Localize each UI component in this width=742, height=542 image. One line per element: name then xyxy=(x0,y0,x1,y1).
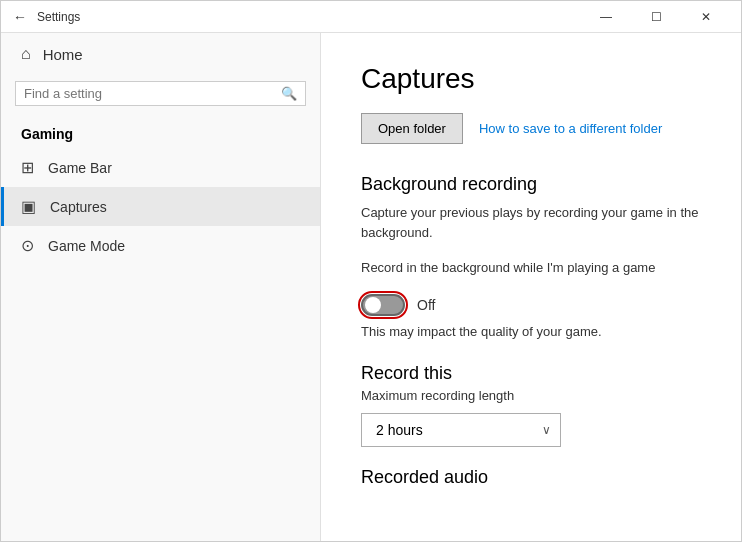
background-recording-title: Background recording xyxy=(361,174,701,195)
background-recording-desc: Capture your previous plays by recording… xyxy=(361,203,701,242)
folder-row: Open folder How to save to a different f… xyxy=(361,113,701,144)
recorded-audio-title: Recorded audio xyxy=(361,467,701,488)
page-title: Captures xyxy=(361,63,701,95)
record-this-title: Record this xyxy=(361,363,701,384)
title-bar: ← Settings — ☐ ✕ xyxy=(1,1,741,33)
window-title: Settings xyxy=(37,10,583,24)
sidebar-section-gaming: Gaming xyxy=(1,118,320,148)
background-toggle[interactable] xyxy=(361,294,405,316)
window-controls: — ☐ ✕ xyxy=(583,1,729,33)
maximize-button[interactable]: ☐ xyxy=(633,1,679,33)
search-input[interactable] xyxy=(24,86,281,101)
sidebar-item-home[interactable]: ⌂ Home xyxy=(1,33,320,75)
sidebar: ⌂ Home 🔍 Gaming ⊞ Game Bar ▣ Captures ⊙ … xyxy=(1,33,321,541)
toggle-state-label: Off xyxy=(417,297,435,313)
impact-note: This may impact the quality of your game… xyxy=(361,324,701,339)
open-folder-button[interactable]: Open folder xyxy=(361,113,463,144)
search-icon: 🔍 xyxy=(281,86,297,101)
sidebar-label-game-mode: Game Mode xyxy=(48,238,125,254)
search-box[interactable]: 🔍 xyxy=(15,81,306,106)
recording-length-dropdown-wrapper: 30 minutes 1 hour 2 hours 4 hours 6 hour… xyxy=(361,413,561,447)
main-content: ⌂ Home 🔍 Gaming ⊞ Game Bar ▣ Captures ⊙ … xyxy=(1,33,741,541)
settings-window: ← Settings — ☐ ✕ ⌂ Home 🔍 Gaming ⊞ Game … xyxy=(0,0,742,542)
back-button[interactable]: ← xyxy=(13,9,27,25)
home-icon: ⌂ xyxy=(21,45,31,63)
max-recording-label: Maximum recording length xyxy=(361,388,701,403)
recording-length-select[interactable]: 30 minutes 1 hour 2 hours 4 hours 6 hour… xyxy=(361,413,561,447)
how-to-link[interactable]: How to save to a different folder xyxy=(479,121,662,136)
background-toggle-row: Off xyxy=(361,294,701,316)
home-label: Home xyxy=(43,46,83,63)
content-panel: Captures Open folder How to save to a di… xyxy=(321,33,741,541)
toggle-knob xyxy=(365,297,381,313)
sidebar-label-captures: Captures xyxy=(50,199,107,215)
sidebar-label-game-bar: Game Bar xyxy=(48,160,112,176)
sidebar-item-game-mode[interactable]: ⊙ Game Mode xyxy=(1,226,320,265)
sidebar-item-captures[interactable]: ▣ Captures xyxy=(1,187,320,226)
minimize-button[interactable]: — xyxy=(583,1,629,33)
captures-icon: ▣ xyxy=(21,197,36,216)
game-bar-icon: ⊞ xyxy=(21,158,34,177)
toggle-description: Record in the background while I'm playi… xyxy=(361,258,701,278)
close-button[interactable]: ✕ xyxy=(683,1,729,33)
game-mode-icon: ⊙ xyxy=(21,236,34,255)
sidebar-item-game-bar[interactable]: ⊞ Game Bar xyxy=(1,148,320,187)
